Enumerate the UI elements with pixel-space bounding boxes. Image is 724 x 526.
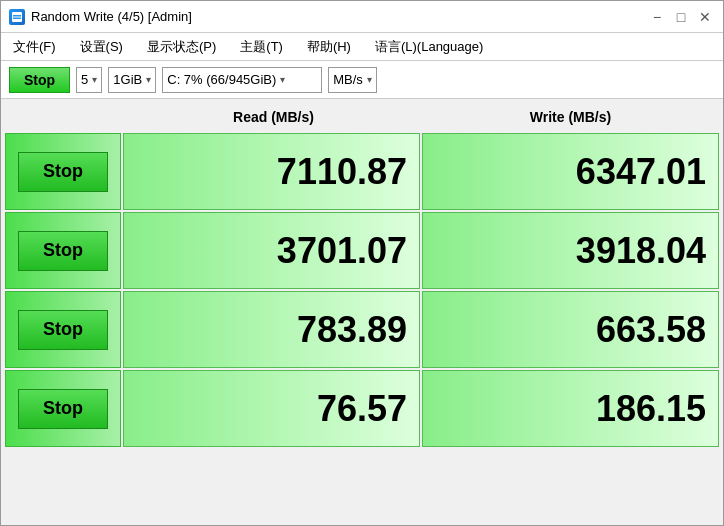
read-cell-4: 76.57 [123, 370, 420, 447]
toolbar-stop-button[interactable]: Stop [9, 67, 70, 93]
read-cell-2: 3701.07 [123, 212, 420, 289]
main-content: Read (MB/s) Write (MB/s) Stop 7110.87 63… [1, 99, 723, 525]
close-button[interactable]: ✕ [695, 7, 715, 27]
menu-bar: 文件(F) 设置(S) 显示状态(P) 主题(T) 帮助(H) 语言(L)(La… [1, 33, 723, 61]
stop-button-1[interactable]: Stop [18, 152, 108, 192]
size-dropdown-arrow: ▾ [146, 74, 151, 85]
size-dropdown[interactable]: 1GiB ▾ [108, 67, 156, 93]
title-bar-left: Random Write (4/5) [Admin] [9, 9, 192, 25]
write-cell-2: 3918.04 [422, 212, 719, 289]
menu-settings[interactable]: 设置(S) [76, 36, 127, 58]
toolbar: Stop 5 ▾ 1GiB ▾ C: 7% (66/945GiB) ▾ MB/s… [1, 61, 723, 99]
unit-dropdown[interactable]: MB/s ▾ [328, 67, 377, 93]
write-cell-4: 186.15 [422, 370, 719, 447]
stop-cell-4: Stop [5, 370, 121, 447]
header-write: Write (MB/s) [422, 103, 719, 131]
stop-button-2[interactable]: Stop [18, 231, 108, 271]
write-cell-1: 6347.01 [422, 133, 719, 210]
menu-theme[interactable]: 主题(T) [236, 36, 287, 58]
stop-cell-1: Stop [5, 133, 121, 210]
menu-language[interactable]: 语言(L)(Language) [371, 36, 487, 58]
write-value-4: 186.15 [596, 388, 706, 430]
table-row: Stop 783.89 663.58 [5, 291, 719, 368]
unit-value: MB/s [333, 72, 363, 87]
count-value: 5 [81, 72, 88, 87]
header-label-cell [5, 103, 125, 131]
svg-rect-0 [12, 12, 22, 22]
drive-value: C: 7% (66/945GiB) [167, 72, 276, 87]
drive-dropdown-arrow: ▾ [280, 74, 285, 85]
window-controls: − □ ✕ [647, 7, 715, 27]
title-bar: Random Write (4/5) [Admin] − □ ✕ [1, 1, 723, 33]
main-window: Random Write (4/5) [Admin] − □ ✕ 文件(F) 设… [0, 0, 724, 526]
drive-dropdown[interactable]: C: 7% (66/945GiB) ▾ [162, 67, 322, 93]
read-cell-1: 7110.87 [123, 133, 420, 210]
app-icon [9, 9, 25, 25]
read-value-4: 76.57 [317, 388, 407, 430]
read-value-3: 783.89 [297, 309, 407, 351]
menu-help[interactable]: 帮助(H) [303, 36, 355, 58]
svg-rect-1 [13, 15, 21, 17]
maximize-button[interactable]: □ [671, 7, 691, 27]
menu-display[interactable]: 显示状态(P) [143, 36, 220, 58]
stop-cell-2: Stop [5, 212, 121, 289]
table-header-row: Read (MB/s) Write (MB/s) [5, 103, 719, 131]
count-dropdown[interactable]: 5 ▾ [76, 67, 102, 93]
write-cell-3: 663.58 [422, 291, 719, 368]
menu-file[interactable]: 文件(F) [9, 36, 60, 58]
minimize-button[interactable]: − [647, 7, 667, 27]
size-value: 1GiB [113, 72, 142, 87]
unit-dropdown-arrow: ▾ [367, 74, 372, 85]
write-value-3: 663.58 [596, 309, 706, 351]
table-row: Stop 7110.87 6347.01 [5, 133, 719, 210]
stop-cell-3: Stop [5, 291, 121, 368]
table-row: Stop 76.57 186.15 [5, 370, 719, 447]
window-title: Random Write (4/5) [Admin] [31, 9, 192, 24]
header-read: Read (MB/s) [125, 103, 422, 131]
read-cell-3: 783.89 [123, 291, 420, 368]
read-value-1: 7110.87 [277, 151, 407, 193]
read-value-2: 3701.07 [277, 230, 407, 272]
count-dropdown-arrow: ▾ [92, 74, 97, 85]
write-value-1: 6347.01 [576, 151, 706, 193]
svg-rect-2 [13, 17, 21, 19]
stop-button-3[interactable]: Stop [18, 310, 108, 350]
write-value-2: 3918.04 [576, 230, 706, 272]
table-row: Stop 3701.07 3918.04 [5, 212, 719, 289]
stop-button-4[interactable]: Stop [18, 389, 108, 429]
